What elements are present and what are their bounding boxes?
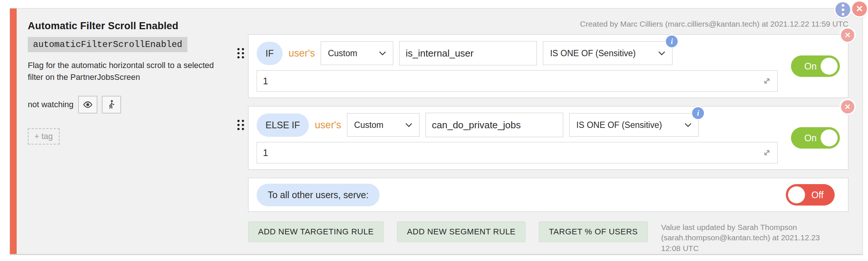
flag-key-chip[interactable]: automaticFilterScrollEnabled [28, 37, 187, 52]
flag-accent-bar [10, 9, 17, 254]
targeting-rule-1: ✕ IF user's Custom [248, 34, 848, 98]
expand-icon[interactable] [762, 148, 772, 158]
attribute-name-input[interactable] [399, 41, 537, 65]
watch-button[interactable] [78, 96, 97, 113]
attribute-type-select[interactable]: Custom [347, 113, 420, 137]
attribute-name-input[interactable] [425, 113, 563, 137]
rule-2-serve-toggle[interactable]: On [791, 127, 840, 149]
flag-info-panel: Automatic Filter Scroll Enabled automati… [28, 14, 237, 254]
target-percent-button[interactable]: TARGET % OF USERS [539, 221, 648, 242]
comparator-select[interactable]: IS ONE OF (Sensitive) i [569, 113, 699, 137]
drag-handle-icon[interactable] [237, 120, 244, 130]
comparison-value-field[interactable]: 1 [257, 142, 778, 163]
delete-rule-2-button[interactable]: ✕ [841, 100, 854, 113]
attribute-type-value: Custom [328, 48, 357, 58]
close-icon: ✕ [845, 102, 851, 111]
comparator-select[interactable]: IS ONE OF (Sensitive) i [543, 41, 672, 65]
comparator-value: IS ONE OF (Sensitive) [576, 120, 662, 130]
chevron-down-icon [405, 123, 413, 127]
condition-badge-else-if: ELSE IF [257, 113, 309, 137]
kebab-menu-icon [842, 3, 844, 16]
targeting-panel: Created by Marc Cilliers (marc.cilliers@… [237, 14, 848, 254]
subject-label: user's [288, 48, 315, 59]
targeting-rule-2: ✕ ELSE IF user's Custom [248, 106, 848, 170]
chevron-down-icon [658, 51, 665, 55]
info-icon[interactable]: i [692, 107, 704, 119]
flag-description: Flag for the automatic horizontal scroll… [28, 60, 215, 83]
flag-menu-button[interactable] [835, 2, 850, 17]
flag-title: Automatic Filter Scroll Enabled [28, 20, 237, 32]
attribute-type-select[interactable]: Custom [321, 41, 393, 65]
comparison-value: 1 [263, 148, 762, 158]
watch-row: not watching [28, 96, 237, 113]
last-updated-text: Value last updated by Sarah Thompson (sa… [661, 222, 826, 254]
default-serve-toggle[interactable]: Off [786, 184, 835, 206]
created-by-text: Created by Marc Cilliers (marc.cilliers@… [237, 20, 848, 28]
zombie-flag-button[interactable] [102, 96, 121, 113]
toggle-state-label: On [804, 127, 817, 149]
condition-badge-if: IF [257, 42, 283, 65]
toggle-state-label: Off [811, 184, 824, 206]
add-segment-rule-button[interactable]: ADD NEW SEGMENT RULE [397, 221, 525, 242]
attribute-type-value: Custom [354, 120, 383, 130]
walking-person-icon [107, 99, 116, 110]
close-icon: ✕ [856, 4, 863, 14]
add-targeting-rule-button[interactable]: ADD NEW TARGETING RULE [248, 221, 384, 242]
add-tag-button[interactable]: + tag [28, 128, 60, 145]
toggle-knob [821, 58, 838, 75]
delete-rule-1-button[interactable]: ✕ [841, 28, 854, 42]
rule-1-serve-toggle[interactable]: On [791, 55, 840, 77]
toggle-state-label: On [804, 55, 817, 77]
chevron-down-icon [379, 51, 386, 55]
info-icon[interactable]: i [666, 35, 678, 47]
default-rule-label: To all other users, serve: [257, 184, 380, 206]
subject-label: user's [315, 119, 341, 131]
close-icon: ✕ [845, 31, 851, 40]
watch-status-label: not watching [28, 100, 74, 109]
comparator-value: IS ONE OF (Sensitive) [550, 48, 635, 58]
toggle-knob [788, 186, 805, 203]
expand-icon[interactable] [762, 76, 772, 86]
chevron-down-icon [684, 123, 692, 127]
close-flag-button[interactable]: ✕ [852, 1, 867, 16]
feature-flag-card: Automatic Filter Scroll Enabled automati… [10, 8, 863, 255]
drag-handle-icon[interactable] [237, 48, 244, 58]
comparison-value: 1 [263, 76, 762, 87]
toggle-knob [821, 129, 838, 146]
rule-actions-row: ADD NEW TARGETING RULE ADD NEW SEGMENT R… [248, 221, 848, 254]
eye-icon [83, 99, 93, 110]
default-rule-row: To all other users, serve: Off [248, 178, 848, 212]
page: Automatic Filter Scroll Enabled automati… [0, 0, 868, 261]
comparison-value-field[interactable]: 1 [257, 70, 778, 92]
